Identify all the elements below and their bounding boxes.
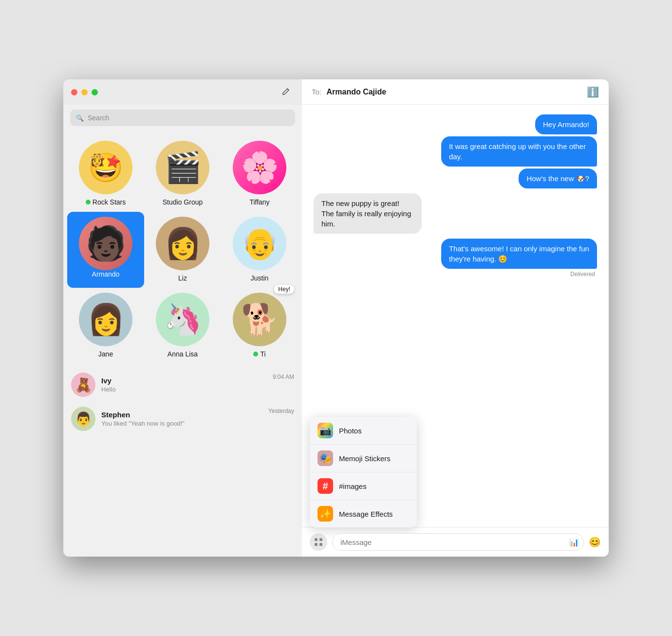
contact-rock-stars[interactable]: 🤩👸 Rock Stars — [67, 136, 144, 212]
search-icon: 🔍 — [76, 114, 84, 122]
apps-dropdown: 📷 Photos 🎭 Memoji Stickers # #images ✨ M… — [310, 417, 417, 527]
dropdown-photos[interactable]: 📷 Photos — [310, 417, 417, 445]
avatar-stephen: 👨 — [71, 407, 95, 431]
contact-name-jane: Jane — [98, 350, 113, 358]
dropdown-effects[interactable]: ✨ Message Effects — [310, 500, 417, 527]
stephen-name: Stephen — [101, 411, 262, 419]
chat-recipient-row: To: Armando Cajide — [312, 88, 386, 96]
contact-anna-lisa[interactable]: 🦄 Anna Lisa — [144, 288, 221, 364]
message-1: Hey Armando! — [535, 114, 597, 134]
minimize-button[interactable] — [81, 89, 88, 95]
contact-name-studio-group: Studio Group — [163, 198, 203, 206]
chat-input-area: 📷 Photos 🎭 Memoji Stickers # #images ✨ M… — [302, 527, 609, 557]
avatar-ivy: 🧸 — [71, 373, 95, 397]
avatar-liz: 👩 — [156, 217, 209, 270]
chat-header: To: Armando Cajide ℹ️ — [302, 79, 609, 105]
list-item-ivy[interactable]: 🧸 Ivy Hello 9:04 AM — [63, 368, 302, 402]
message-4: The new puppy is great! The family is re… — [314, 193, 422, 234]
ivy-time: 9:04 AM — [273, 374, 294, 380]
delivered-label: Delivered — [570, 271, 597, 278]
memoji-label: Memoji Stickers — [339, 454, 391, 463]
stephen-preview: You liked "Yeah now is good!" — [101, 420, 262, 427]
images-label: #images — [339, 482, 367, 490]
contact-name-armando: Armando — [92, 270, 120, 278]
message-3: How's the new 🐶? — [519, 168, 597, 188]
compose-button[interactable] — [279, 84, 294, 100]
emoji-button[interactable]: 😊 — [589, 536, 601, 548]
to-label: To: — [312, 88, 321, 96]
svg-rect-3 — [319, 543, 322, 546]
avatar-tiffany: 🌸 — [233, 141, 286, 194]
contact-justin[interactable]: 👴 Justin — [221, 212, 298, 288]
contacts-grid: 🤩👸 Rock Stars 🎬 Studio Group 🌸 Tiffany — [63, 132, 302, 364]
contact-studio-group[interactable]: 🎬 Studio Group — [144, 136, 221, 212]
audio-icon[interactable]: 📊 — [569, 538, 579, 547]
svg-rect-2 — [315, 543, 317, 546]
stephen-content: Stephen You liked "Yeah now is good!" — [101, 411, 262, 427]
hey-badge: Hey! — [274, 285, 294, 294]
contact-name-ti: Ti — [253, 350, 265, 358]
contact-name-rock-stars: Rock Stars — [86, 198, 126, 206]
contact-name-liz: Liz — [178, 274, 187, 282]
memoji-icon: 🎭 — [317, 450, 333, 466]
avatar-justin: 👴 — [233, 217, 286, 270]
message-input-wrapper: 📊 — [332, 533, 584, 551]
contact-armando[interactable]: 🧑🏿 Armando — [67, 212, 144, 288]
contact-ti[interactable]: Hey! 🐕 Ti — [221, 288, 298, 364]
contact-name-justin: Justin — [251, 274, 269, 282]
ti-online-indicator — [253, 352, 258, 356]
message-input[interactable] — [332, 533, 584, 551]
message-5: That's awesome! I can only imagine the f… — [441, 239, 597, 269]
avatar-anna-lisa: 🦄 — [156, 293, 209, 346]
list-item-stephen[interactable]: 👨 Stephen You liked "Yeah now is good!" … — [63, 402, 302, 436]
received-wrapper: The new puppy is great! The family is re… — [314, 193, 510, 234]
received-group-1: The new puppy is great! The family is re… — [314, 193, 597, 234]
traffic-lights — [71, 89, 98, 95]
ivy-preview: Hello — [101, 386, 267, 393]
contact-tiffany[interactable]: 🌸 Tiffany — [221, 136, 298, 212]
effects-label: Message Effects — [339, 510, 393, 518]
sent-group-2: That's awesome! I can only imagine the f… — [314, 239, 597, 278]
svg-rect-0 — [315, 538, 317, 541]
apps-button[interactable] — [310, 533, 327, 551]
app-window: 🔍 Search 🤩👸 Rock Stars 🎬 Studio Group — [63, 79, 609, 557]
chat-area: To: Armando Cajide ℹ️ Hey Armando! It wa… — [302, 79, 609, 557]
photos-label: Photos — [339, 427, 362, 435]
avatar-studio-group: 🎬 — [156, 141, 209, 194]
ivy-content: Ivy Hello — [101, 376, 267, 393]
images-icon: # — [317, 478, 333, 494]
titlebar — [63, 79, 302, 105]
ivy-name: Ivy — [101, 376, 267, 385]
chat-input-row: 📊 😊 — [310, 533, 601, 551]
avatar-rock-stars: 🤩👸 — [79, 141, 132, 194]
contact-name-tiffany: Tiffany — [249, 198, 269, 206]
avatar-jane: 👩 — [79, 293, 132, 346]
svg-rect-1 — [319, 538, 322, 541]
contact-jane[interactable]: 👩 Jane — [67, 288, 144, 364]
avatar-ti: 🐕 — [233, 293, 286, 346]
contact-name-anna-lisa: Anna Lisa — [168, 350, 198, 358]
contacts-list: 🧸 Ivy Hello 9:04 AM 👨 Stephen You liked … — [63, 364, 302, 440]
search-placeholder: Search — [88, 114, 109, 122]
input-icons: 📊 — [569, 538, 579, 547]
dropdown-images[interactable]: # #images — [310, 472, 417, 500]
close-button[interactable] — [71, 89, 77, 95]
maximize-button[interactable] — [92, 89, 98, 95]
sent-group-1: Hey Armando! It was great catching up wi… — [314, 114, 597, 188]
online-indicator — [86, 200, 91, 205]
avatar-armando: 🧑🏿 — [79, 217, 132, 270]
photos-icon: 📷 — [317, 423, 333, 438]
stephen-time: Yesterday — [268, 408, 294, 414]
message-2: It was great catching up with you the ot… — [441, 136, 597, 167]
info-icon: ℹ️ — [587, 87, 599, 97]
dropdown-memoji[interactable]: 🎭 Memoji Stickers — [310, 445, 417, 472]
info-button[interactable]: ℹ️ — [587, 86, 599, 98]
recipient-name: Armando Cajide — [326, 88, 386, 96]
sidebar: 🔍 Search 🤩👸 Rock Stars 🎬 Studio Group — [63, 79, 302, 557]
effects-icon: ✨ — [317, 506, 333, 522]
contact-liz[interactable]: 👩 Liz — [144, 212, 221, 288]
search-bar[interactable]: 🔍 Search — [70, 110, 295, 126]
